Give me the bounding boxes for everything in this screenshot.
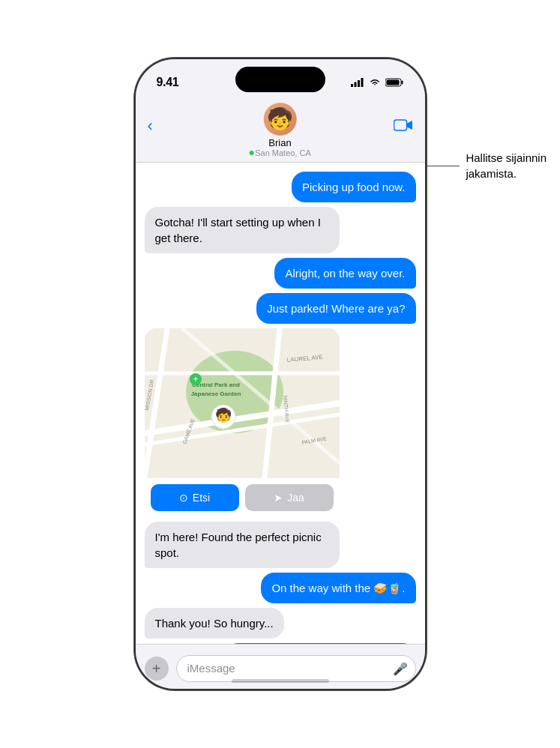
svg-rect-2 <box>358 80 360 87</box>
dynamic-island <box>235 67 325 92</box>
mic-icon: 🎤 <box>393 661 408 675</box>
svg-rect-1 <box>354 82 356 88</box>
back-chevron-icon: ‹ <box>148 118 153 134</box>
message-row-map: LAUREL AVE NINTH AVE PALM AVE MISSION DR… <box>145 328 416 517</box>
nav-bar: ‹ 🧒 Brian San Mateo, CA <box>136 97 425 163</box>
message-row: Me too, haha. See you shortly! 😎 Toimite… <box>145 643 416 644</box>
phone-frame: 9.41 <box>134 58 427 690</box>
map-buttons: ⊙ Etsi ➤ Jaa <box>145 478 340 517</box>
svg-rect-7 <box>394 120 406 130</box>
input-placeholder: iMessage <box>187 662 235 675</box>
message-bubble: Me too, haha. See you shortly! 😎 <box>225 643 416 644</box>
signal-icon <box>351 78 364 87</box>
location-dot-icon <box>249 151 253 155</box>
message-bubble: Gotcha! I'll start setting up when I get… <box>145 207 340 253</box>
message-row: Gotcha! I'll start setting up when I get… <box>145 207 416 253</box>
message-row: Thank you! So hungry... <box>145 608 416 639</box>
svg-text:+: + <box>193 374 198 384</box>
contact-info[interactable]: 🧒 Brian San Mateo, CA <box>249 103 311 157</box>
message-row: Just parked! Where are ya? <box>145 293 416 324</box>
message-bubble: Thank you! So hungry... <box>145 608 284 639</box>
map-svg: LAUREL AVE NINTH AVE PALM AVE MISSION DR… <box>145 328 340 478</box>
message-input[interactable]: iMessage 🎤 <box>176 655 416 682</box>
jaa-button[interactable]: ➤ Jaa <box>245 484 334 511</box>
battery-icon <box>385 78 404 87</box>
avatar: 🧒 <box>264 103 297 136</box>
contact-location: San Mateo, CA <box>249 148 311 157</box>
home-indicator <box>232 679 329 683</box>
svg-text:🧒: 🧒 <box>215 407 232 423</box>
message-bubble: Just parked! Where are ya? <box>256 293 415 324</box>
svg-text:Japanese Garden: Japanese Garden <box>190 390 241 397</box>
messages-area: Picking up food now. Gotcha! I'll start … <box>136 163 425 644</box>
message-bubble: Alright, on the way over. <box>274 258 415 289</box>
back-button[interactable]: ‹ <box>148 119 153 134</box>
annotation-text: Hallitse sijainnin jakamista. <box>466 150 547 181</box>
svg-rect-0 <box>351 84 353 87</box>
add-button[interactable]: + <box>145 657 169 681</box>
svg-rect-3 <box>361 78 363 87</box>
message-bubble: Picking up food now. <box>292 172 416 202</box>
status-time: 9.41 <box>157 76 179 89</box>
map-visual: LAUREL AVE NINTH AVE PALM AVE MISSION DR… <box>145 328 340 478</box>
message-bubble: On the way with the 🥪🧋. <box>261 573 415 603</box>
contact-name: Brian <box>268 137 291 148</box>
video-icon <box>394 118 413 132</box>
message-row: On the way with the 🥪🧋. <box>145 573 416 603</box>
message-row: Alright, on the way over. <box>145 258 416 289</box>
wifi-icon <box>369 78 381 87</box>
message-row: Picking up food now. <box>145 172 416 202</box>
message-row: I'm here! Found the perfect picnic spot. <box>145 522 416 568</box>
status-icons <box>351 78 404 87</box>
map-container[interactable]: LAUREL AVE NINTH AVE PALM AVE MISSION DR… <box>145 328 340 517</box>
etsi-button[interactable]: ⊙ Etsi <box>151 484 239 511</box>
input-bar: + iMessage 🎤 <box>136 644 425 690</box>
video-call-button[interactable] <box>394 117 413 136</box>
message-bubble: I'm here! Found the perfect picnic spot. <box>145 522 340 568</box>
svg-rect-6 <box>386 80 399 85</box>
svg-rect-5 <box>401 81 403 85</box>
